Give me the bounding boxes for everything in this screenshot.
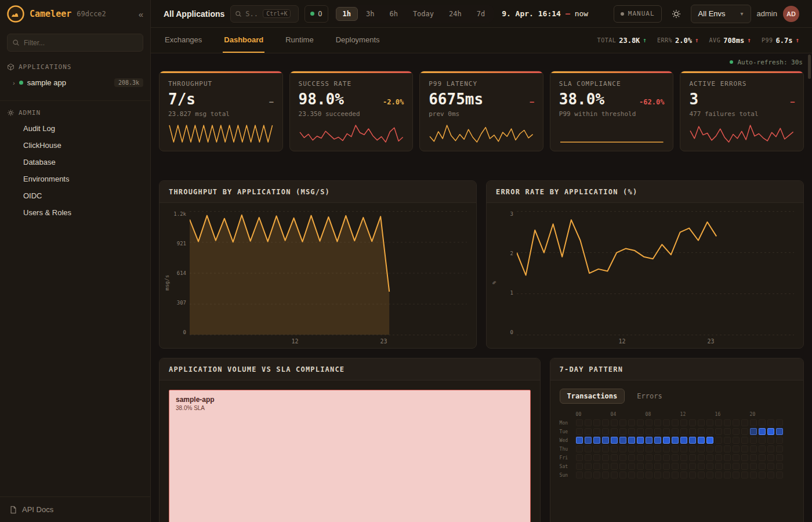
card-title: P99 LATENCY <box>429 80 534 88</box>
time-range-group: 1h 3h 6h Today 24h 7d <box>334 5 494 23</box>
card-title: ACTIVE ERRORS <box>689 80 795 88</box>
scrollbar[interactable] <box>808 55 811 79</box>
manual-label: MANUAL <box>628 10 655 17</box>
y-tick: 0 <box>510 329 513 335</box>
y-tick: 1 <box>510 290 513 296</box>
stat-err: ERR% 2.0% ↑ <box>657 37 699 45</box>
env-select[interactable]: All Envs ▾ <box>691 5 751 23</box>
heatmap-cell <box>619 437 626 444</box>
api-docs-link[interactable]: API Docs <box>0 496 150 522</box>
heatmap-cell <box>689 472 696 478</box>
heatmap-cell <box>602 419 609 426</box>
heatmap-cell <box>619 419 626 426</box>
heatmap-cell <box>637 454 644 461</box>
heatmap-cell <box>741 472 748 478</box>
datetime-end: now <box>575 9 588 18</box>
sidebar-item-clickhouse[interactable]: ClickHouse <box>0 137 150 154</box>
heatmap-cell <box>646 428 652 435</box>
heatmap-cell <box>698 445 705 452</box>
throughput-chart-panel: THROUGHPUT BY APPLICATION (MSG/S) msg/s … <box>159 180 477 349</box>
collapse-sidebar-icon[interactable]: « <box>139 9 143 19</box>
hour-label: 16 <box>715 412 750 417</box>
toggle-transactions[interactable]: Transactions <box>560 389 625 404</box>
tab-exchanges[interactable]: Exchanges <box>164 28 203 53</box>
heatmap-cell <box>602 463 609 470</box>
global-search[interactable]: Ctrl+K <box>230 5 299 23</box>
avatar[interactable]: AD <box>783 6 799 22</box>
search-input[interactable] <box>245 10 259 18</box>
heatmap-cell <box>576 437 583 444</box>
brand-name: Cameleer <box>30 9 71 19</box>
tab-runtime[interactable]: Runtime <box>284 28 314 53</box>
heatmap-cell <box>680 428 687 435</box>
card-title: SUCCESS RATE <box>299 80 404 88</box>
treemap-body: sample-app 38.0% SLA <box>160 380 540 522</box>
stat-value: 2.0% <box>675 37 692 45</box>
sidebar-header: Cameleer 69dcce2 « <box>0 0 150 28</box>
range-3h[interactable]: 3h <box>359 7 381 21</box>
stat-cards-row: THROUGHPUT 7/s – 23.827 msg total SUCCES… <box>159 71 804 151</box>
range-today[interactable]: Today <box>406 7 441 21</box>
toggle-errors[interactable]: Errors <box>629 389 669 404</box>
sidebar-item-oidc[interactable]: OIDC <box>0 187 150 204</box>
heatmap-cell <box>576 472 583 478</box>
heatmap-cell <box>767 428 774 435</box>
stat-value: 708ms <box>723 37 744 45</box>
heatmap-cell <box>637 437 644 444</box>
card-title: SLA COMPLIANCE <box>559 80 665 88</box>
day-label: Sun <box>560 473 574 478</box>
heatmap-cell <box>628 454 635 461</box>
heatmap-cell <box>576 463 583 470</box>
applications-section: APPLICATIONS › sample app 208.3k <box>0 55 150 95</box>
heatmap-cell <box>602 445 609 452</box>
heatmap-cell <box>733 437 740 444</box>
heatmap-cell <box>593 454 600 461</box>
treemap-node-sample-app[interactable]: sample-app 38.0% SLA <box>169 390 531 522</box>
heatmap-cell <box>767 419 774 426</box>
sidebar-item-users-roles[interactable]: Users & Roles <box>0 204 150 221</box>
theme-toggle-button[interactable] <box>668 5 685 23</box>
heatmap-cell <box>637 472 644 478</box>
heatmap-cell <box>741 428 748 435</box>
heatmap-cell <box>767 445 774 452</box>
heatmap-cell <box>593 445 600 452</box>
heatmap-cell <box>715 454 722 461</box>
heatmap-row: Fri <box>560 454 794 461</box>
range-24h[interactable]: 24h <box>442 7 469 21</box>
heatmap-cell <box>611 472 618 478</box>
heatmap-cell <box>759 463 766 470</box>
heatmap-cell <box>715 419 722 426</box>
tab-dashboard[interactable]: Dashboard <box>223 28 264 53</box>
heatmap-cell <box>654 419 661 426</box>
admin-section: ADMIN Audit Log ClickHouse Database Envi… <box>0 100 150 224</box>
sidebar-item-sample-app[interactable]: › sample app 208.3k <box>0 74 150 91</box>
sidebar-item-environments[interactable]: Environments <box>0 171 150 187</box>
summary-stats: TOTAL 23.8K ↑ ERR% 2.0% ↑ AVG 708ms ↑ P9… <box>597 28 799 53</box>
range-7d[interactable]: 7d <box>470 7 492 21</box>
heatmap-cell <box>724 428 731 435</box>
heatmap-cell <box>776 445 783 452</box>
hour-label: 00 <box>576 412 611 417</box>
x-tick: 23 <box>708 338 715 345</box>
heatmap-cell <box>698 428 705 435</box>
heatmap-cell <box>593 472 600 478</box>
heatmap-cell <box>776 428 783 435</box>
heatmap-cell <box>619 454 626 461</box>
env-select-value: All Envs <box>698 9 726 18</box>
panel-title: ERROR RATE BY APPLICATION (%) <box>496 188 637 196</box>
manual-refresh-button[interactable]: MANUAL <box>614 5 662 23</box>
datetime-range[interactable]: 9. Apr. 16:14 – now <box>499 9 590 18</box>
sidebar-item-audit-log[interactable]: Audit Log <box>0 120 150 137</box>
range-6h[interactable]: 6h <box>382 7 404 21</box>
heatmap-cell <box>767 437 774 444</box>
heatmap-cell <box>733 463 740 470</box>
heatmap-cell <box>585 463 592 470</box>
heatmap-cell <box>724 454 731 461</box>
tab-deployments[interactable]: Deployments <box>335 28 381 53</box>
sidebar-item-database[interactable]: Database <box>0 154 150 171</box>
y-axis-ticks: 1.2k 921 614 307 0 <box>170 211 190 345</box>
filter-input[interactable] <box>7 34 143 52</box>
card-subtitle: P99 within threshold <box>559 110 665 118</box>
range-1h[interactable]: 1h <box>336 7 358 21</box>
hour-label: 04 <box>611 412 646 417</box>
